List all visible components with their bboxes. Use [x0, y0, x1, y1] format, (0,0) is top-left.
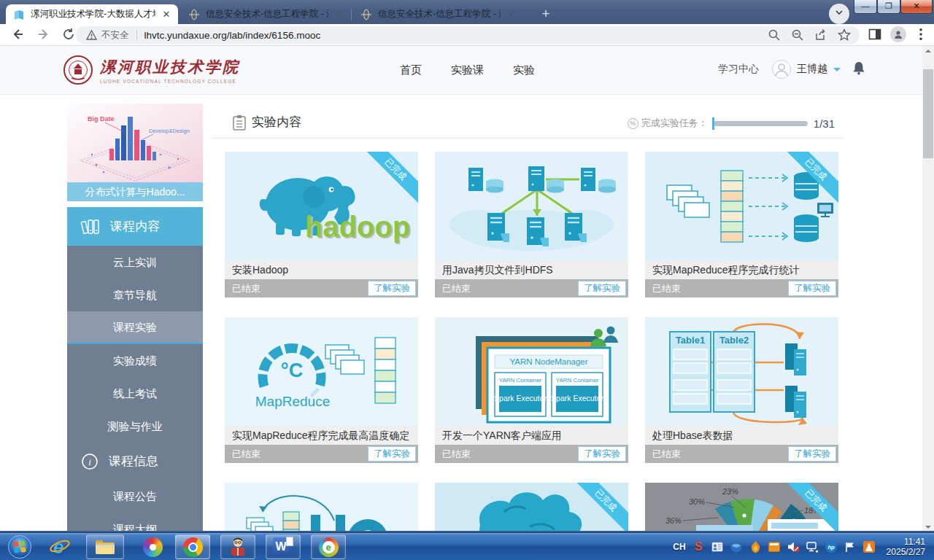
- scrollbar-thumb[interactable]: [923, 69, 933, 158]
- info-icon: i: [80, 452, 99, 471]
- sogou-icon[interactable]: S: [692, 541, 705, 553]
- sidebar-item-course-outline[interactable]: 课程大纲: [67, 513, 203, 532]
- experiment-card[interactable]: 已完成 实现MapReduce程序完成行统计 已结束 了解实验: [645, 152, 838, 298]
- tab-close-icon[interactable]: ✕: [333, 9, 344, 20]
- scrollbar-up-arrow-icon[interactable]: [925, 50, 931, 52]
- scrollbar-down-arrow-icon[interactable]: [925, 526, 931, 529]
- card-image-partial-1: [225, 483, 418, 532]
- sidebar-item-chapter-nav[interactable]: 章节导航: [67, 279, 203, 311]
- know-experiment-button[interactable]: 了解实验: [578, 446, 626, 462]
- share-icon[interactable]: [814, 28, 827, 42]
- taskbar-word-icon[interactable]: W: [266, 534, 301, 559]
- celsius-label: °C: [281, 359, 303, 381]
- experiment-card[interactable]: °C MapReduce 实现MapReduce程序完成最高温度确定 已结束 了…: [225, 317, 418, 463]
- flask-tray-icon[interactable]: [863, 541, 876, 553]
- search-icon[interactable]: [768, 28, 781, 42]
- start-button[interactable]: [6, 534, 34, 559]
- taskbar-explorer-icon[interactable]: [86, 534, 124, 559]
- network-display-tray-icon[interactable]: [806, 541, 819, 553]
- sidebar-item-quiz-homework[interactable]: 测验与作业: [67, 410, 203, 443]
- sidebar-item-course-announcements[interactable]: 课程公告: [67, 480, 203, 513]
- panel-title-text: 实验内容: [252, 114, 301, 131]
- hp-tray-icon[interactable]: hp: [825, 541, 838, 553]
- globe-tray-icon[interactable]: [730, 541, 743, 553]
- window-minimize-button[interactable]: —: [854, 0, 877, 14]
- experiment-card[interactable]: 36% 30% 23% 18% 16% 已完成: [645, 483, 838, 532]
- taskbar-chrome-icon[interactable]: [175, 534, 210, 559]
- browser-tab-2[interactable]: 信息安全技术-信息工程学院 - 漯 ✕: [181, 4, 350, 24]
- bookmark-star-icon[interactable]: [838, 28, 851, 42]
- action-center-flag-icon[interactable]: [844, 541, 857, 553]
- system-tray: CH S hp: [673, 533, 928, 560]
- experiment-card[interactable]: Table1 Table2: [645, 317, 838, 463]
- card-image-mapreduce-lines: 已完成: [645, 152, 838, 260]
- window-close-button[interactable]: ✕: [900, 0, 933, 14]
- know-experiment-button[interactable]: 了解实验: [578, 281, 626, 296]
- address-bar[interactable]: 不安全 lhvtc.yundaxue.org/lab/index/6156.mo…: [76, 26, 860, 44]
- learning-center-link[interactable]: 学习中心: [718, 63, 759, 76]
- experiment-card[interactable]: hadoop hadoop 已完成 安装Hadoop 已结束 了解实验: [225, 152, 418, 298]
- forward-button[interactable]: [36, 27, 53, 43]
- orange-window-tray-icon[interactable]: [768, 541, 781, 553]
- taskbar-clock[interactable]: 11:41 2025/2/27: [887, 537, 928, 557]
- reload-button[interactable]: [61, 27, 77, 43]
- new-tab-button[interactable]: +: [537, 6, 555, 23]
- college-name-en: LUOHE VOCATIONAL TECHNOLOGY COLLEGE: [100, 79, 240, 84]
- card-title: 安装Hadoop: [225, 260, 418, 279]
- course-title[interactable]: 分布式计算与Hadoo...: [67, 182, 203, 201]
- id-card-tray-icon[interactable]: [711, 541, 724, 553]
- know-experiment-button[interactable]: 了解实验: [368, 281, 416, 296]
- browser-menu-dots-icon[interactable]: [915, 28, 927, 41]
- browser-tab-1[interactable]: 漯河职业技术学院-大数据人才培 ✕: [6, 4, 178, 24]
- tab-close-icon[interactable]: ✕: [505, 9, 517, 20]
- know-experiment-button[interactable]: 了解实验: [788, 281, 836, 296]
- notification-bell-icon[interactable]: [852, 61, 865, 78]
- url-text[interactable]: lhvtc.yundaxue.org/lab/index/6156.mooc: [144, 30, 321, 41]
- flame-shield-tray-icon[interactable]: [749, 541, 762, 553]
- experiment-card[interactable]: 用Java拷贝文件到HDFS 已结束 了解实验: [435, 152, 628, 298]
- sidebar-item-experiment-grades[interactable]: 实验成绩: [67, 344, 203, 377]
- experiment-card[interactable]: YARN NodeManager YARN Container Spark Ex…: [435, 317, 628, 463]
- taskbar-pinwheel-browser-icon[interactable]: [136, 534, 169, 559]
- know-experiment-button[interactable]: 了解实验: [368, 446, 416, 462]
- sidebar-item-online-exam[interactable]: 线上考试: [67, 377, 203, 410]
- taskbar-green-e-browser-icon[interactable]: e: [311, 534, 346, 559]
- taskbar-ie-icon[interactable]: e: [44, 534, 76, 559]
- card-image-partial-pie: 36% 30% 23% 18% 16% 已完成: [645, 483, 838, 532]
- experiment-card[interactable]: [225, 483, 418, 532]
- zoom-out-icon[interactable]: [791, 28, 804, 42]
- table2-label: Table2: [719, 335, 749, 346]
- side-panel-icon[interactable]: [868, 28, 881, 41]
- nav-home[interactable]: 首页: [400, 63, 422, 77]
- sidebar-item-cloud-training[interactable]: 云上实训: [67, 246, 203, 279]
- table1-label: Table1: [676, 335, 705, 346]
- browser-profile-avatar[interactable]: [890, 26, 906, 42]
- back-button[interactable]: [10, 27, 26, 43]
- card-title: 用Java拷贝文件到HDFS: [435, 260, 628, 279]
- sidebar-item-course-experiments[interactable]: 课程实验: [67, 311, 203, 344]
- book-favicon-icon: [13, 9, 25, 20]
- security-chip[interactable]: 不安全: [76, 29, 144, 42]
- know-experiment-button[interactable]: 了解实验: [788, 446, 836, 462]
- browser-tab-3[interactable]: 信息安全技术-信息工程学院 - 漯 ✕: [353, 4, 522, 24]
- sidebar-section-course-info[interactable]: i 课程信息: [67, 443, 203, 480]
- card-footer: 已结束 了解实验: [225, 445, 418, 463]
- tab-close-icon[interactable]: ✕: [161, 9, 172, 20]
- window-maximize-button[interactable]: ❐: [877, 0, 900, 14]
- experiment-card[interactable]: 已完成: [435, 483, 628, 532]
- tab-search-chevron-icon[interactable]: [829, 4, 849, 24]
- username[interactable]: 王博越: [797, 63, 827, 76]
- sidebar-section-course-content[interactable]: 课程内容: [67, 207, 203, 246]
- page-scrollbar[interactable]: [922, 46, 934, 532]
- nav-lab[interactable]: 实验: [513, 63, 535, 77]
- user-dropdown-caret-icon[interactable]: [833, 68, 841, 75]
- site-logo[interactable]: 漯河职业技术学院 LUOHE VOCATIONAL TECHNOLOGY COL…: [63, 55, 240, 85]
- muted-speaker-tray-icon[interactable]: [787, 541, 800, 553]
- language-indicator[interactable]: CH: [673, 542, 685, 552]
- yarn-nodemanager-label: YARN NodeManager: [509, 357, 587, 366]
- progress-label: 完成实验任务：: [641, 117, 708, 130]
- nav-lab-course[interactable]: 实验课: [451, 63, 484, 77]
- user-avatar[interactable]: [772, 60, 791, 79]
- percent-icon: %: [628, 118, 638, 129]
- taskbar-dictionary-app-icon[interactable]: [220, 534, 255, 559]
